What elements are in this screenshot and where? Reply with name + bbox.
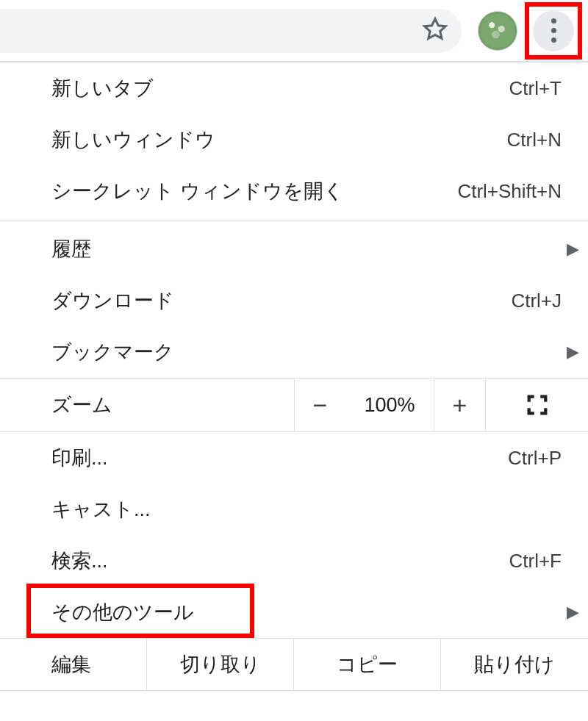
menu-item-downloads[interactable]: ダウンロード Ctrl+J [0,275,588,326]
zoom-value: 100% [345,394,434,417]
menu-item-edit: 編集 切り取り コピー 貼り付け [0,638,588,691]
chevron-right-icon: ▶ [567,342,579,362]
profile-avatar[interactable] [478,11,517,51]
menu-label: 印刷... [51,445,508,471]
edit-label: 編集 [0,639,147,690]
edit-cut-button[interactable]: 切り取り [147,639,294,690]
menu-item-cast[interactable]: キャスト... [0,484,588,535]
menu-item-find[interactable]: 検索... Ctrl+F [0,535,588,587]
highlight-menu-button [525,2,582,60]
menu-label: シークレット ウィンドウを開く [51,178,457,204]
edit-copy-button[interactable]: コピー [294,639,441,690]
menu-item-incognito[interactable]: シークレット ウィンドウを開く Ctrl+Shift+N [0,165,588,217]
menu-shortcut: Ctrl+P [508,447,562,470]
bookmark-star-icon[interactable] [422,16,448,46]
fullscreen-icon [525,392,550,417]
fullscreen-button[interactable] [485,379,588,431]
menu-shortcut: Ctrl+F [509,550,562,573]
kebab-dot-icon [551,37,556,43]
menu-item-bookmarks[interactable]: ブックマーク ▶ [0,326,588,378]
menu-shortcut: Ctrl+J [511,290,562,312]
menu-label: 新しいタブ [51,75,509,101]
menu-item-more-tools[interactable]: その他のツール ▶ [0,587,588,638]
menu-label: 新しいウィンドウ [51,126,507,153]
zoom-out-button[interactable]: − [294,379,345,431]
zoom-in-button[interactable]: + [434,379,485,431]
kebab-menu-button[interactable] [533,10,574,51]
menu-item-new-window[interactable]: 新しいウィンドウ Ctrl+N [0,114,588,165]
browser-toolbar [0,0,588,62]
menu-separator [0,220,588,220]
menu-label: ブックマーク [51,339,567,365]
omnibox-right[interactable] [0,9,462,53]
chrome-menu: 新しいタブ Ctrl+T 新しいウィンドウ Ctrl+N シークレット ウィンド… [0,62,588,691]
edit-paste-button[interactable]: 貼り付け [441,639,588,690]
menu-item-print[interactable]: 印刷... Ctrl+P [0,432,588,484]
chevron-right-icon: ▶ [567,240,579,259]
menu-item-zoom: ズーム − 100% + [0,378,588,432]
menu-shortcut: Ctrl+T [509,77,562,100]
zoom-label: ズーム [0,392,294,418]
menu-label: キャスト... [51,496,567,523]
kebab-dot-icon [551,18,556,24]
chevron-right-icon: ▶ [567,603,579,622]
menu-label: ダウンロード [51,287,511,314]
menu-item-new-tab[interactable]: 新しいタブ Ctrl+T [0,62,588,114]
menu-label: 検索... [51,548,509,574]
menu-label: 履歴 [51,236,567,262]
menu-shortcut: Ctrl+N [507,129,562,151]
kebab-dot-icon [551,28,556,33]
menu-label: その他のツール [51,599,567,625]
menu-item-history[interactable]: 履歴 ▶ [0,223,588,275]
menu-shortcut: Ctrl+Shift+N [457,180,562,203]
